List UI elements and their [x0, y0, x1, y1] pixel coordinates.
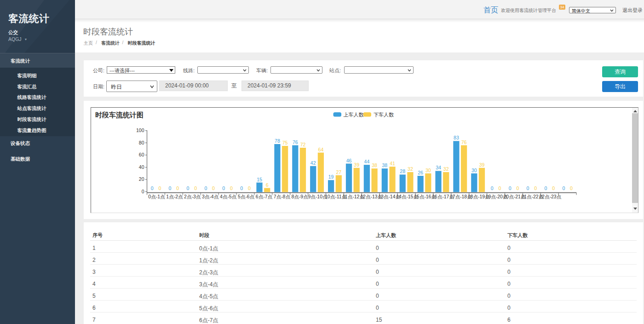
svg-text:28: 28 — [400, 168, 405, 174]
svg-text:30: 30 — [472, 168, 477, 173]
svg-text:22点-23点: 22点-23点 — [539, 194, 561, 199]
svg-text:0: 0 — [151, 185, 154, 191]
svg-text:下车人数: 下车人数 — [374, 112, 394, 117]
svg-text:0: 0 — [230, 185, 233, 191]
svg-text:100: 100 — [136, 127, 144, 133]
svg-text:2点-3点: 2点-3点 — [184, 194, 201, 199]
svg-text:6: 6 — [266, 182, 269, 188]
svg-text:0: 0 — [212, 185, 215, 191]
svg-text:1点-2点: 1点-2点 — [166, 194, 183, 199]
svg-text:3点-4点: 3点-4点 — [202, 194, 219, 199]
svg-text:0: 0 — [204, 185, 207, 191]
svg-text:41: 41 — [390, 161, 395, 166]
svg-text:83: 83 — [454, 135, 459, 140]
svg-text:0: 0 — [248, 185, 251, 191]
svg-text:8点-9点: 8点-9点 — [292, 194, 309, 199]
svg-text:5点-6点: 5点-6点 — [238, 194, 255, 199]
svg-text:0: 0 — [194, 185, 197, 191]
svg-text:46: 46 — [346, 158, 352, 163]
svg-text:0: 0 — [142, 189, 144, 194]
svg-text:0: 0 — [516, 185, 519, 191]
svg-text:32: 32 — [443, 166, 449, 172]
svg-text:60: 60 — [139, 152, 144, 157]
svg-text:0点-1点: 0点-1点 — [148, 194, 165, 199]
svg-text:75: 75 — [282, 140, 288, 145]
svg-text:0: 0 — [570, 185, 573, 191]
svg-text:42: 42 — [310, 160, 316, 166]
svg-text:0: 0 — [527, 185, 529, 191]
svg-text:0: 0 — [186, 185, 189, 191]
svg-text:0: 0 — [552, 185, 555, 191]
svg-text:27: 27 — [336, 169, 341, 175]
svg-text:时段车流统计图: 时段车流统计图 — [95, 111, 144, 119]
svg-text:0: 0 — [240, 185, 243, 191]
svg-text:19: 19 — [328, 174, 334, 179]
svg-text:0: 0 — [544, 185, 547, 191]
svg-text:0: 0 — [222, 185, 225, 191]
svg-text:39: 39 — [479, 162, 485, 168]
svg-text:上车人数: 上车人数 — [344, 112, 364, 117]
svg-text:0: 0 — [534, 185, 537, 191]
svg-text:6点-7点: 6点-7点 — [256, 194, 273, 199]
svg-text:34: 34 — [436, 165, 441, 170]
svg-text:32: 32 — [408, 166, 413, 172]
svg-text:78: 78 — [275, 138, 280, 144]
svg-text:38: 38 — [372, 162, 377, 168]
svg-text:15: 15 — [257, 177, 262, 182]
svg-text:0: 0 — [491, 185, 494, 191]
svg-text:76: 76 — [461, 139, 467, 145]
svg-text:39: 39 — [354, 162, 359, 168]
svg-text:72: 72 — [300, 142, 306, 147]
svg-text:38: 38 — [382, 162, 387, 168]
svg-text:64: 64 — [318, 147, 324, 152]
svg-text:40: 40 — [139, 164, 144, 170]
svg-text:4点-5点: 4点-5点 — [220, 194, 237, 199]
svg-text:0: 0 — [158, 185, 161, 191]
svg-text:0: 0 — [169, 185, 172, 191]
svg-text:44: 44 — [364, 159, 370, 164]
svg-text:0: 0 — [562, 185, 565, 191]
svg-text:0: 0 — [509, 185, 512, 191]
svg-text:0: 0 — [176, 185, 179, 191]
svg-text:7点-8点: 7点-8点 — [274, 194, 291, 199]
svg-text:0: 0 — [498, 185, 501, 191]
svg-text:30: 30 — [426, 168, 431, 173]
svg-text:20: 20 — [139, 176, 144, 182]
svg-text:26: 26 — [418, 170, 423, 175]
svg-text:80: 80 — [139, 140, 144, 145]
svg-text:76: 76 — [293, 139, 298, 145]
